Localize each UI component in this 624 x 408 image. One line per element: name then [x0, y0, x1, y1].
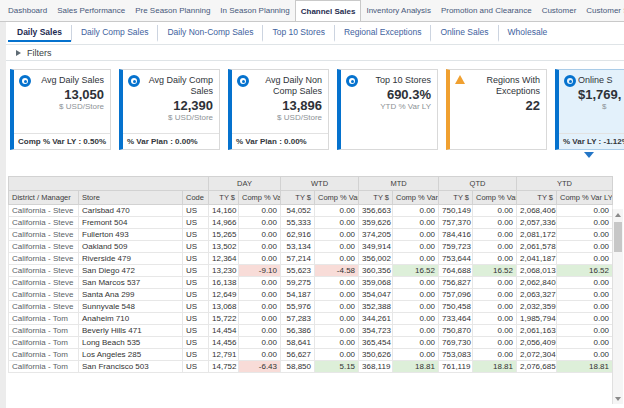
- comp-var-cell: 18.81: [473, 361, 517, 373]
- kpi-footer: % Var LY : -1.12%: [559, 133, 624, 149]
- table-row[interactable]: California - SteveFremont 504US14,9660.0…: [9, 217, 613, 229]
- comp-var-cell: 0.00: [473, 205, 517, 217]
- column-header-ty[interactable]: TY $: [281, 191, 315, 205]
- comp-var-cell: 0.00: [239, 241, 281, 253]
- column-header-ty[interactable]: TY $: [517, 191, 557, 205]
- ty-cell: 2,068,013: [517, 265, 557, 277]
- scrollbar-up-button[interactable]: [613, 209, 623, 220]
- table-row[interactable]: California - TomLong Beach 535US14,4560.…: [9, 337, 613, 349]
- column-header-comp-var-ly[interactable]: Comp % Var LY: [315, 191, 359, 205]
- comp-var-cell: 0.00: [239, 229, 281, 241]
- table-row[interactable]: California - TomBeverly Hills 471US14,45…: [9, 325, 613, 337]
- ty-cell: 2,068,406: [517, 205, 557, 217]
- table-row[interactable]: California - SteveSanta Ana 299US12,6490…: [9, 289, 613, 301]
- kpi-card-avg-daily-sales[interactable]: Avg Daily Sales13,050$ USD/StoreComp % V…: [10, 69, 111, 150]
- table-row[interactable]: California - SteveSan Diego 472US13,230-…: [9, 265, 613, 277]
- column-header-comp-var-ly[interactable]: Comp % Var LY: [239, 191, 281, 205]
- table-row[interactable]: California - TomLos Angeles 285US12,7910…: [9, 349, 613, 361]
- store-cell: Fullerton 493: [79, 229, 183, 241]
- code-cell: US: [183, 265, 209, 277]
- comp-var-cell: 18.81: [557, 361, 613, 373]
- district-cell: California - Steve: [9, 205, 79, 217]
- sub-tab-bar: Daily SalesDaily Comp SalesDaily Non-Com…: [0, 22, 624, 42]
- kpi-card-avg-daily-comp-sales[interactable]: Avg Daily Comp Sales12,390$ USD/Store% V…: [119, 69, 220, 150]
- scrollbar-thumb[interactable]: [614, 222, 622, 252]
- code-cell: US: [183, 361, 209, 373]
- ty-cell: 769,730: [439, 337, 473, 349]
- ty-cell: 356,663: [359, 205, 393, 217]
- table-row[interactable]: California - TomSan Francisco 503US14,75…: [9, 361, 613, 373]
- kpi-title: Online S: [578, 75, 624, 86]
- tab-inventory-analysis[interactable]: Inventory Analysis: [361, 0, 435, 21]
- comp-var-cell: 0.00: [315, 217, 359, 229]
- comp-var-cell: 0.00: [315, 229, 359, 241]
- tab-in-season-planning[interactable]: In Season Planning: [215, 0, 294, 21]
- table-row[interactable]: California - SteveOakland 509US13,5020.0…: [9, 241, 613, 253]
- column-header-ty[interactable]: TY $: [439, 191, 473, 205]
- ty-cell: 1,985,794: [517, 313, 557, 325]
- code-cell: US: [183, 325, 209, 337]
- tab-dashboard[interactable]: Dashboard: [3, 0, 52, 21]
- kpi-subtitle: $ USD/Store: [143, 113, 213, 123]
- ty-cell: 55,623: [281, 265, 315, 277]
- subtab-regional-exceptions[interactable]: Regional Exceptions: [334, 25, 431, 42]
- target-icon: [564, 75, 576, 87]
- comp-var-cell: 0.00: [239, 325, 281, 337]
- scrollbar-track[interactable]: [612, 209, 623, 404]
- tab-sales-performance[interactable]: Sales Performance: [52, 0, 130, 21]
- ty-cell: 354,723: [359, 325, 393, 337]
- district-cell: California - Steve: [9, 253, 79, 265]
- comp-var-cell: 0.00: [473, 313, 517, 325]
- comp-var-cell: -6.43: [239, 361, 281, 373]
- district-cell: California - Steve: [9, 265, 79, 277]
- tab-channel-sales[interactable]: Channel Sales: [295, 0, 362, 22]
- comp-var-cell: 0.00: [473, 277, 517, 289]
- column-header-code[interactable]: Code: [183, 191, 209, 205]
- table-row[interactable]: California - SteveSunnyvale 548US13,0680…: [9, 301, 613, 313]
- table-header: DAYWTDMTDQTDYTDDistrict / ManagerStoreCo…: [9, 177, 613, 205]
- column-header-comp-var-ly[interactable]: Comp % Var LY: [473, 191, 517, 205]
- table-row[interactable]: California - SteveCarlsbad 470US14,1600.…: [9, 205, 613, 217]
- ty-cell: 750,870: [439, 325, 473, 337]
- column-header-store[interactable]: Store: [79, 191, 183, 205]
- subtab-daily-comp-sales[interactable]: Daily Comp Sales: [71, 25, 158, 42]
- comp-var-cell: 0.00: [473, 253, 517, 265]
- subtab-daily-sales[interactable]: Daily Sales: [8, 25, 71, 42]
- comp-var-cell: 0.00: [239, 301, 281, 313]
- kpi-card-online-s[interactable]: Online S$1,769,$% Var LY : -1.12%: [555, 69, 624, 150]
- tab-customer[interactable]: Customer: [537, 0, 582, 21]
- store-sales-table: DAYWTDMTDQTDYTDDistrict / ManagerStoreCo…: [8, 176, 613, 373]
- column-header-comp-var-ly[interactable]: Comp % Var LY: [557, 191, 613, 205]
- scrollbar-down-button[interactable]: [613, 393, 623, 404]
- tab-customer-segment[interactable]: Customer Segment: [581, 0, 624, 21]
- tab-pre-season-planning[interactable]: Pre Season Planning: [130, 0, 215, 21]
- comp-var-cell: 0.00: [473, 229, 517, 241]
- comp-var-cell: 0.00: [393, 301, 439, 313]
- column-header-comp-var-ly[interactable]: Comp % Var LY: [393, 191, 439, 205]
- target-icon: [346, 75, 358, 87]
- table-row[interactable]: California - SteveFullerton 493US15,2650…: [9, 229, 613, 241]
- kpi-card-avg-daily-non-comp-sales[interactable]: Avg Daily Non Comp Sales13,896$ USD/Stor…: [228, 69, 329, 150]
- ty-cell: 750,149: [439, 205, 473, 217]
- table-row[interactable]: California - SteveRiverside 479US12,3640…: [9, 253, 613, 265]
- table-row[interactable]: California - SteveSan Marcos 537US16,138…: [9, 277, 613, 289]
- kpi-card-top-10-stores[interactable]: Top 10 Stores690.3%YTD % Var LY: [337, 69, 438, 150]
- column-header-ty[interactable]: TY $: [209, 191, 239, 205]
- subtab-online-sales[interactable]: Online Sales: [430, 25, 497, 42]
- ty-cell: 53,134: [281, 241, 315, 253]
- filters-expander[interactable]: Filters: [6, 44, 624, 61]
- kpi-card-regions-with-exceptions[interactable]: Regions With Exceptions22: [446, 69, 547, 150]
- comp-var-cell: 0.00: [239, 349, 281, 361]
- column-header-district-manager[interactable]: District / Manager: [9, 191, 79, 205]
- table-row[interactable]: California - TomAnaheim 710US15,7220.005…: [9, 313, 613, 325]
- ty-cell: 13,502: [209, 241, 239, 253]
- ty-cell: 784,416: [439, 229, 473, 241]
- subtab-top-10-stores[interactable]: Top 10 Stores: [262, 25, 333, 42]
- column-header-ty[interactable]: TY $: [359, 191, 393, 205]
- ty-cell: 58,850: [281, 361, 315, 373]
- tab-promotion-and-clearance[interactable]: Promotion and Clearance: [436, 0, 537, 21]
- subtab-wholesale[interactable]: Wholesale: [498, 25, 557, 42]
- subtab-daily-non-comp-sales[interactable]: Daily Non-Comp Sales: [157, 25, 262, 42]
- code-cell: US: [183, 229, 209, 241]
- district-cell: California - Tom: [9, 349, 79, 361]
